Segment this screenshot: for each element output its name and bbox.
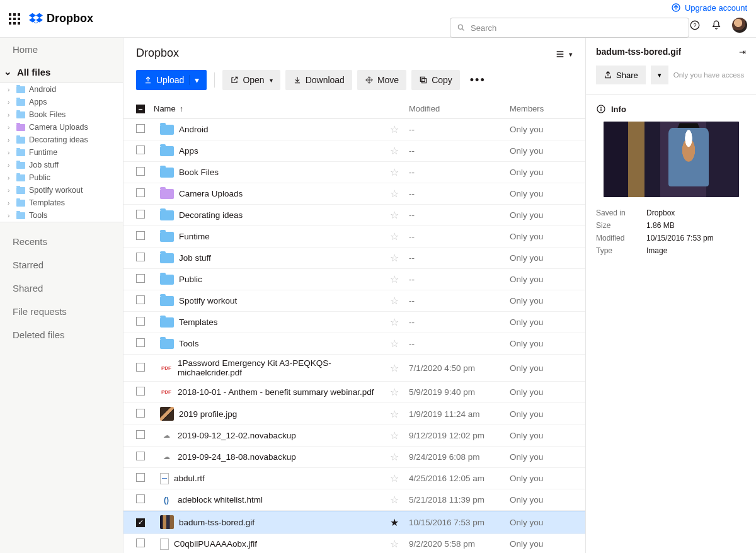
account-avatar[interactable] — [732, 18, 747, 33]
row-checkbox[interactable] — [136, 452, 145, 460]
view-toggle[interactable]: ▾ — [555, 49, 573, 59]
row-checkbox[interactable] — [136, 188, 145, 197]
sidebar-home[interactable]: Home — [0, 38, 123, 61]
row-checkbox[interactable] — [136, 430, 145, 439]
notifications-icon[interactable] — [711, 20, 722, 31]
star-icon[interactable]: ☆ — [390, 209, 409, 221]
tree-folder[interactable]: ›Spotify workout — [0, 184, 123, 197]
file-name[interactable]: Tools — [179, 339, 390, 348]
dropbox-logo[interactable]: Dropbox — [29, 12, 93, 26]
sidebar-starred[interactable]: Starred — [0, 253, 123, 276]
file-name[interactable]: 2019-09-24_18-08.novabackup — [178, 452, 390, 462]
tree-folder[interactable]: ›Tools — [0, 209, 123, 222]
star-icon[interactable]: ☆ — [390, 494, 409, 506]
file-name[interactable]: C0qbilPUAAAAobx.jfif — [174, 539, 390, 549]
file-list[interactable]: Android☆--Only youApps☆--Only youBook Fi… — [123, 119, 585, 553]
file-name[interactable]: 2018-10-01 - Anthem - benefit summary we… — [178, 387, 390, 397]
file-row[interactable]: PDF2018-10-01 - Anthem - benefit summary… — [123, 382, 585, 403]
row-checkbox[interactable]: ✓ — [136, 518, 145, 527]
row-checkbox[interactable] — [136, 473, 145, 482]
more-actions-button[interactable]: ••• — [465, 74, 491, 87]
file-row[interactable]: Android☆--Only you — [123, 119, 585, 140]
star-icon[interactable]: ☆ — [390, 362, 409, 374]
copy-button[interactable]: Copy — [411, 70, 460, 90]
sidebar-shared[interactable]: Shared — [0, 276, 123, 300]
sidebar-deleted[interactable]: Deleted files — [0, 323, 123, 346]
file-name[interactable]: badum-tss-bored.gif — [179, 518, 390, 527]
file-row[interactable]: Funtime☆--Only you — [123, 226, 585, 248]
upgrade-link[interactable]: Upgrade account — [671, 3, 747, 13]
file-name[interactable]: Public — [179, 275, 390, 284]
file-row[interactable]: Templates☆--Only you — [123, 312, 585, 333]
file-row[interactable]: PDF1Password Emergency Kit A3-PEQKQS-mic… — [123, 355, 585, 382]
star-icon[interactable]: ☆ — [390, 188, 409, 200]
sidebar-recents[interactable]: Recents — [0, 230, 123, 253]
sidebar-all-files[interactable]: ⌄ All files — [0, 61, 123, 83]
file-name[interactable]: Camera Uploads — [179, 189, 390, 198]
tree-folder[interactable]: ›Decorating ideas — [0, 134, 123, 146]
file-name[interactable]: Book Files — [179, 168, 390, 177]
star-icon[interactable]: ☆ — [390, 145, 409, 157]
file-row[interactable]: C0qbilPUAAAAobx.jfif☆9/2/2020 5:58 pmOnl… — [123, 533, 585, 553]
star-icon[interactable]: ★ — [390, 516, 409, 528]
search-input[interactable] — [471, 23, 682, 33]
file-name[interactable]: adeblock whitelist.html — [178, 495, 390, 505]
move-button[interactable]: Move — [357, 70, 406, 90]
column-modified[interactable]: Modified — [409, 104, 510, 113]
file-name[interactable]: 2019-09-12_12-02.novabackup — [178, 431, 390, 440]
download-button[interactable]: Download — [285, 70, 352, 90]
search-box[interactable] — [450, 18, 689, 38]
star-icon[interactable]: ☆ — [390, 273, 409, 285]
star-icon[interactable]: ☆ — [390, 316, 409, 328]
file-row[interactable]: ☁2019-09-12_12-02.novabackup☆9/12/2019 1… — [123, 425, 585, 447]
star-icon[interactable]: ☆ — [390, 472, 409, 484]
star-icon[interactable]: ☆ — [390, 166, 409, 178]
row-checkbox[interactable] — [136, 363, 145, 372]
row-checkbox[interactable] — [136, 539, 145, 547]
file-name[interactable]: Job stuff — [179, 253, 390, 263]
row-checkbox[interactable] — [136, 387, 145, 396]
apps-grid-icon[interactable] — [9, 13, 20, 25]
row-checkbox[interactable] — [136, 494, 145, 503]
star-icon[interactable]: ☆ — [390, 408, 409, 420]
row-checkbox[interactable] — [136, 317, 145, 326]
row-checkbox[interactable] — [136, 338, 145, 347]
column-name[interactable]: Name ↑ — [154, 104, 390, 113]
star-icon[interactable]: ☆ — [390, 451, 409, 463]
file-row[interactable]: ☁2019-09-24_18-08.novabackup☆9/24/2019 6… — [123, 447, 585, 468]
help-icon[interactable]: ? — [689, 20, 701, 31]
file-name[interactable]: Android — [179, 125, 390, 134]
tree-folder[interactable]: ›Apps — [0, 96, 123, 108]
file-row[interactable]: Spotify workout☆--Only you — [123, 290, 585, 312]
star-icon[interactable]: ☆ — [390, 231, 409, 242]
row-checkbox[interactable] — [136, 295, 145, 304]
file-name[interactable]: Spotify workout — [179, 296, 390, 305]
file-row[interactable]: Decorating ideas☆--Only you — [123, 205, 585, 226]
file-row[interactable]: Public☆--Only you — [123, 269, 585, 290]
row-checkbox[interactable] — [136, 167, 145, 176]
upload-button[interactable]: Upload ▾ — [136, 70, 207, 90]
panel-toggle-icon[interactable]: ⇥ — [739, 47, 746, 57]
star-icon[interactable]: ☆ — [390, 538, 409, 550]
file-row[interactable]: Job stuff☆--Only you — [123, 248, 585, 269]
file-name[interactable]: abdul.rtf — [174, 474, 390, 483]
row-checkbox[interactable] — [136, 231, 145, 240]
star-icon[interactable]: ☆ — [390, 386, 409, 398]
share-button[interactable]: Share — [596, 66, 646, 84]
row-checkbox[interactable] — [136, 274, 145, 283]
tree-folder[interactable]: ›Public — [0, 171, 123, 184]
file-name[interactable]: Templates — [179, 317, 390, 327]
tree-folder[interactable]: ›Funtime — [0, 146, 123, 159]
row-checkbox[interactable] — [136, 409, 145, 418]
tree-folder[interactable]: ›Templates — [0, 197, 123, 209]
tree-folder[interactable]: ›Book Files — [0, 108, 123, 121]
row-checkbox[interactable] — [136, 210, 145, 219]
file-row[interactable]: ✓badum-tss-bored.gif★10/15/2016 7:53 pmO… — [123, 511, 585, 533]
file-row[interactable]: abdul.rtf☆4/25/2016 12:05 amOnly you — [123, 468, 585, 489]
file-row[interactable]: 2019 profile.jpg☆1/9/2019 11:24 amOnly y… — [123, 403, 585, 425]
file-name[interactable]: Funtime — [179, 232, 390, 241]
file-row[interactable]: Camera Uploads☆--Only you — [123, 183, 585, 205]
tree-folder[interactable]: ›Job stuff — [0, 159, 123, 171]
star-icon[interactable]: ☆ — [390, 252, 409, 264]
select-indicator[interactable]: – — [136, 105, 145, 113]
